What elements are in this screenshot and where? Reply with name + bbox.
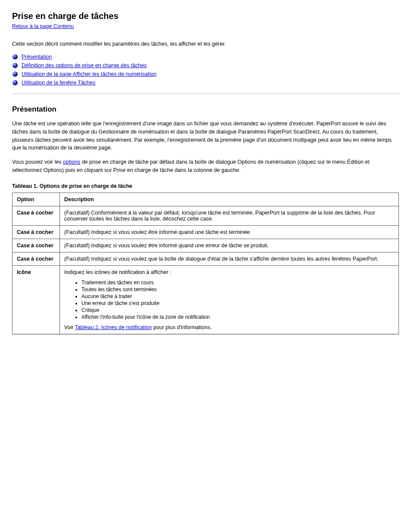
section-heading-overview: Présentation — [12, 105, 399, 114]
option-cell: Case à cocher — [12, 225, 60, 239]
table-row: Case à cocher (Facultatif) Conformément … — [12, 206, 399, 225]
desc-intro: Indiquez les icônes de notification à af… — [64, 269, 394, 275]
overview-para-2: Vous pouvez voir les options de prise en… — [12, 158, 399, 174]
list-item: Afficher l'info-bulle pour l'icône de la… — [81, 314, 394, 320]
text-emphasis: tâche — [23, 121, 37, 127]
nav-link-options[interactable]: Définition des options de prise en charg… — [22, 62, 146, 68]
description-cell: Indiquez les icônes de notification à af… — [60, 265, 399, 334]
col-header-description: Description — [60, 193, 399, 206]
options-inline-link[interactable]: options — [63, 159, 80, 165]
list-item: Toutes les tâches sont terminées — [81, 286, 394, 292]
text-fragment: pour plus d'informations. — [152, 324, 212, 330]
nav-item-overview: Présentation — [12, 54, 399, 60]
list-item: Aucune tâche à traiter — [81, 293, 394, 299]
sphere-bullet-icon — [12, 80, 18, 86]
list-item: Critique — [81, 307, 394, 313]
table-row: Case à cocher (Facultatif) Indiquez si v… — [12, 252, 399, 265]
table-row: Icône Indiquez les icônes de notificatio… — [12, 265, 399, 334]
sphere-bullet-icon — [12, 62, 18, 68]
table-row: Case à cocher (Facultatif) Indiquez si v… — [12, 239, 399, 252]
nav-item-tasks-window: Utilisation de la fenêtre Tâches — [12, 80, 399, 86]
list-item: Traitement des tâches en cours — [81, 280, 394, 286]
nav-item-options: Définition des options de prise en charg… — [12, 62, 399, 68]
svg-point-1 — [12, 63, 18, 68]
nav-link-overview[interactable]: Présentation — [22, 54, 52, 60]
option-cell: Icône — [12, 265, 60, 334]
divider — [12, 93, 399, 94]
intro-text: Cette section décrit comment modifier le… — [12, 40, 399, 48]
nav-link-tasks-window[interactable]: Utilisation de la fenêtre Tâches — [22, 80, 95, 86]
text-fragment: est une opération telle que l'enregistre… — [12, 121, 392, 151]
table-row: Case à cocher (Facultatif) Indiquez si v… — [12, 225, 399, 239]
option-cell: Case à cocher — [12, 252, 60, 265]
sphere-bullet-icon — [12, 54, 18, 60]
description-cell: (Facultatif) Indiquez si vous voulez que… — [60, 252, 399, 265]
divider — [12, 334, 399, 335]
text-fragment: Voir — [64, 324, 75, 330]
nav-list: Présentation Définition des options de p… — [12, 54, 399, 86]
list-item: Une erreur de tâche s'est produite — [81, 300, 394, 306]
more-info: Voir Tableau 2. Icônes de notification p… — [64, 324, 394, 330]
page-title: Prise en charge de tâches — [12, 11, 399, 21]
sphere-bullet-icon — [12, 71, 18, 77]
back-link[interactable]: Retour à la page Contenu — [12, 23, 74, 29]
description-cell: (Facultatif) Conformément à la valeur pa… — [60, 206, 399, 225]
description-cell: (Facultatif) Indiquez si vous voulez êtr… — [60, 239, 399, 252]
description-cell: (Facultatif) Indiquez si vous voulez êtr… — [60, 225, 399, 239]
icon-choice-list: Traitement des tâches en cours Toutes le… — [64, 280, 394, 320]
text-fragment: Une — [12, 121, 23, 127]
nav-link-view-tasks[interactable]: Utilisation de la page Afficher les tâch… — [22, 71, 156, 77]
nav-item-view-tasks: Utilisation de la page Afficher les tâch… — [12, 71, 399, 77]
svg-point-3 — [12, 80, 18, 85]
options-table: Option Description Case à cocher (Facult… — [12, 193, 399, 334]
svg-point-0 — [12, 54, 18, 59]
col-header-option: Option — [12, 193, 60, 206]
option-cell: Case à cocher — [12, 206, 60, 225]
table2-link[interactable]: Tableau 2. Icônes de notification — [75, 324, 152, 330]
option-cell: Case à cocher — [12, 239, 60, 252]
table-caption: Tableau 1. Options de prise en charge de… — [12, 183, 399, 189]
text-fragment: Vous pouvez voir les — [12, 159, 63, 165]
overview-para-1: Une tâche est une opération telle que l'… — [12, 120, 399, 152]
svg-point-2 — [12, 72, 18, 77]
